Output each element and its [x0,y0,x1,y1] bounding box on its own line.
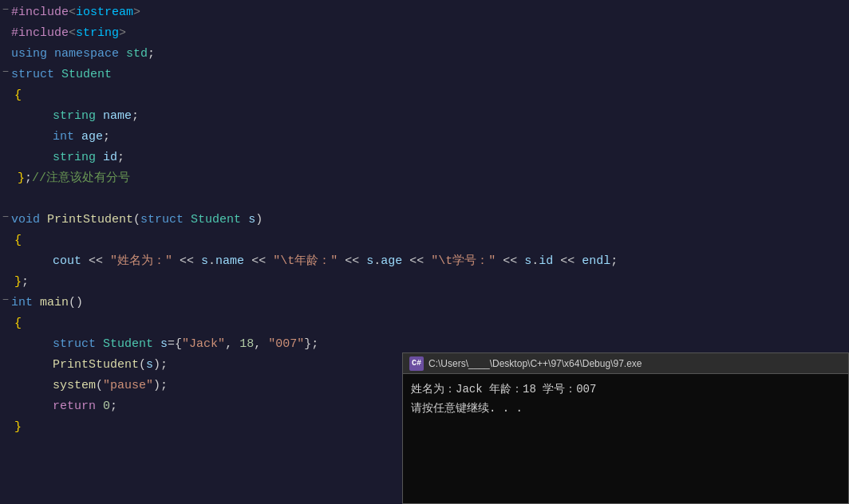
code-line-11: ─ void PrintStudent(struct Student s) [0,211,849,231]
fold-icon-20 [0,397,11,411]
line-13-content: cout << "姓名为：" << s.name << "\t年龄：" << s… [24,252,843,271]
fold-icon-10 [0,190,11,204]
fold-icon-6 [0,107,11,121]
fold-icon-4[interactable]: ─ [0,65,11,80]
fold-icon-13 [0,252,11,266]
fold-icon-5 [0,86,11,100]
line-2-content: #include<string> [11,24,843,43]
line-5-content: { [14,86,843,105]
code-line-5: { [0,86,849,107]
code-line-12: { [0,231,849,252]
line-10-content [11,190,843,209]
fold-icon-7 [0,128,11,142]
fold-icon-3 [0,45,11,59]
code-line-9: };//注意该处有分号 [0,169,849,190]
code-line-14: }; [0,273,849,293]
fold-icon-14 [0,273,11,287]
code-line-15: ─ int main() [0,293,849,314]
code-line-8: string id; [0,148,849,169]
code-line-16: { [0,314,849,335]
code-line-6: string name; [0,107,849,128]
line-6-content: string name; [24,107,843,126]
code-line-1: ─ #include<iostream> [0,3,849,24]
code-line-2: #include<string> [0,24,849,45]
fold-icon-2 [0,24,11,38]
code-line-7: int age; [0,128,849,148]
fold-icon-21 [0,418,11,432]
line-1-content: #include<iostream> [11,3,843,22]
terminal-app-icon: C# [409,356,424,371]
line-16-content: { [14,314,843,333]
line-12-content: { [14,231,843,250]
fold-icon-19 [0,376,11,391]
line-17-content: struct Student s={"Jack", 18, "007"}; [24,335,843,354]
terminal-title: C:\Users\____\Desktop\C++\97\x64\Debug\9… [428,358,642,369]
fold-icon-17 [0,335,11,349]
terminal-line-1: 姓名为：Jack 年龄：18 学号：007 [411,380,840,400]
line-15-content: int main() [11,293,843,313]
line-7-content: int age; [24,128,843,147]
fold-icon-1[interactable]: ─ [0,3,11,18]
fold-icon-16 [0,314,11,329]
fold-icon-9 [0,169,11,183]
terminal-titlebar: C# C:\Users\____\Desktop\C++\97\x64\Debu… [403,353,848,374]
fold-icon-15[interactable]: ─ [0,293,11,308]
line-11-content: void PrintStudent(struct Student s) [11,211,843,230]
fold-icon-8 [0,148,11,163]
code-line-10 [0,190,849,211]
line-8-content: string id; [24,148,843,167]
code-editor: ─ #include<iostream> #include<string> us… [0,0,849,504]
terminal-window: C# C:\Users\____\Desktop\C++\97\x64\Debu… [402,352,849,504]
code-line-3: using namespace std; [0,45,849,65]
line-4-content: struct Student [11,65,843,85]
fold-icon-11[interactable]: ─ [0,211,11,225]
line-14-content: }; [14,273,843,292]
fold-icon-18 [0,356,11,370]
code-line-13: cout << "姓名为：" << s.name << "\t年龄：" << s… [0,252,849,273]
fold-icon-12 [0,231,11,246]
terminal-body: 姓名为：Jack 年龄：18 学号：007 请按任意键继续. . . [403,374,848,425]
line-9-content: };//注意该处有分号 [18,169,843,188]
code-line-4: ─ struct Student [0,65,849,86]
terminal-line-2: 请按任意键继续. . . [411,400,840,419]
line-3-content: using namespace std; [11,45,843,64]
